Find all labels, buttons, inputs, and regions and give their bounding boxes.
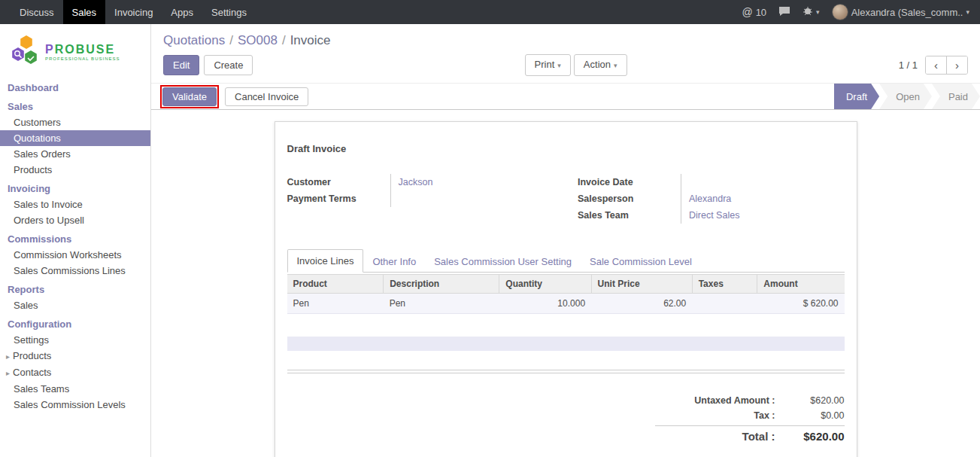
action-dropdown-button[interactable]: Action▾ [574,54,627,76]
sales-team-value[interactable]: Direct Sales [681,207,845,224]
untaxed-amount-value: $620.00 [775,393,845,408]
breadcrumb: Quotations/SO008/Invoice [163,33,968,48]
tax-value: $0.00 [775,408,845,423]
invoice-date-label: Invoice Date [578,174,681,190]
submenu-arrow-icon: ▸ [6,352,10,361]
cancel-invoice-button[interactable]: Cancel Invoice [225,87,308,106]
submenu-arrow-icon: ▸ [6,369,10,377]
logo-subtitle: PROFESSIONAL BUSINESS [45,56,120,61]
pager-counter: 1 / 1 [899,59,918,71]
debug-menu-button[interactable]: ▾ [803,6,820,18]
col-description[interactable]: Description [384,275,499,294]
sidebar-item-dashboard[interactable]: Dashboard [0,77,150,96]
sidebar-item-settings[interactable]: Settings [0,332,150,348]
field-group-left: Customer Jackson Payment Terms [287,174,566,224]
avatar [832,4,848,20]
nav-discuss[interactable]: Discuss [11,0,63,24]
sidebar-section-configuration[interactable]: Configuration [0,313,150,332]
sidebar-item-sales-commission-levels[interactable]: Sales Commission Levels [0,397,150,413]
breadcrumb-quotations[interactable]: Quotations [163,33,225,47]
sidebar: PROBUSE PROFESSIONAL BUSINESS Dashboard … [0,24,151,457]
payment-terms-label: Payment Terms [287,190,391,207]
tab-sales-commission-user-setting[interactable]: Sales Commission User Setting [425,251,581,273]
control-panel: Quotations/SO008/Invoice Edit Create Pri… [151,24,980,83]
breadcrumb-separator: / [229,33,233,47]
state-open[interactable]: Open [879,84,932,109]
nav-settings[interactable]: Settings [202,0,256,24]
field-group-right: Invoice Date Salesperson Alexandra Sales… [566,174,845,224]
user-name: Alexandra (Sales_comm.. [851,7,963,18]
customer-label: Customer [287,174,391,190]
sidebar-item-config-products[interactable]: ▸Products [0,348,150,364]
empty-line-strip [287,337,845,351]
sidebar-item-label: Products [13,350,51,361]
cell-description: Pen [384,294,499,314]
state-draft[interactable]: Draft [834,84,879,109]
sales-team-label: Sales Team [578,207,681,224]
nav-sales[interactable]: Sales [63,0,106,24]
total-value: $620.00 [775,429,845,444]
notebook-tabs: Invoice Lines Other Info Sales Commissio… [287,249,845,273]
logo-hexagons-icon [8,35,41,69]
pager-previous-button[interactable]: ‹ [926,56,946,74]
untaxed-amount-label: Untaxed Amount : [655,393,775,408]
app-menu: Discuss Sales Invoicing Apps Settings [0,0,256,24]
sidebar-item-config-contacts[interactable]: ▸Contacts [0,364,150,381]
customer-value[interactable]: Jackson [391,174,566,190]
col-taxes[interactable]: Taxes [692,275,757,294]
col-quantity[interactable]: Quantity [499,275,591,294]
salesperson-value[interactable]: Alexandra [681,190,845,207]
create-button[interactable]: Create [204,55,253,75]
tab-other-info[interactable]: Other Info [363,251,425,273]
breadcrumb-separator: / [282,33,286,47]
sidebar-item-sales-orders[interactable]: Sales Orders [0,146,150,162]
sidebar-section-reports[interactable]: Reports [0,279,150,297]
nav-invoicing[interactable]: Invoicing [105,0,162,24]
table-row[interactable]: Pen Pen 10.000 62.00 $ 620.00 [287,294,845,314]
col-product[interactable]: Product [287,275,384,294]
probuse-logo[interactable]: PROBUSE PROFESSIONAL BUSINESS [0,24,150,77]
validate-button[interactable]: Validate [162,87,217,106]
nav-apps[interactable]: Apps [162,0,202,24]
section-divider [287,370,845,373]
sidebar-item-sales-commissions-lines[interactable]: Sales Commissions Lines [0,263,150,279]
sidebar-item-products[interactable]: Products [0,162,150,178]
chat-icon [778,6,790,19]
sidebar-section-commissions[interactable]: Commissions [0,228,150,247]
sidebar-item-orders-to-upsell[interactable]: Orders to Upsell [0,212,150,228]
invoice-date-value[interactable] [681,174,845,190]
cell-product: Pen [287,294,384,314]
sidebar-item-sales-teams[interactable]: Sales Teams [0,381,150,397]
invoice-lines-table: Product Description Quantity Unit Price … [287,274,845,314]
col-amount[interactable]: Amount [757,275,845,294]
sidebar-section-sales[interactable]: Sales [0,96,150,114]
state-paid[interactable]: Paid [932,84,980,109]
action-label: Action [584,59,611,70]
sidebar-item-customers[interactable]: Customers [0,114,150,130]
field-groups: Customer Jackson Payment Terms Invoice D… [287,174,845,224]
mention-icon: @ [742,6,752,18]
tab-sale-commission-level[interactable]: Sale Commission Level [581,251,701,273]
caret-down-icon: ▾ [614,62,617,69]
messages-button[interactable] [778,6,790,19]
payment-terms-value[interactable] [391,190,566,207]
tab-invoice-lines[interactable]: Invoice Lines [287,249,364,273]
mention-count: 10 [756,7,766,18]
sidebar-item-commission-worksheets[interactable]: Commission Worksheets [0,247,150,263]
breadcrumb-so008[interactable]: SO008 [238,33,278,47]
mentions-button[interactable]: @ 10 [742,6,766,18]
top-navbar: Discuss Sales Invoicing Apps Settings @ … [0,0,980,24]
print-dropdown-button[interactable]: Print▾ [525,54,571,76]
edit-button[interactable]: Edit [163,55,199,75]
col-unit-price[interactable]: Unit Price [591,275,692,294]
total-label: Total : [655,429,775,444]
cell-unit-price: 62.00 [591,294,692,314]
print-label: Print [535,59,555,70]
pager-next-button[interactable]: › [946,56,967,74]
sidebar-item-reports-sales[interactable]: Sales [0,297,150,313]
sidebar-item-quotations[interactable]: Quotations [0,130,150,146]
user-menu[interactable]: Alexandra (Sales_comm.. ▾ [832,4,969,20]
sidebar-section-invoicing[interactable]: Invoicing [0,178,150,197]
sidebar-item-sales-to-invoice[interactable]: Sales to Invoice [0,197,150,212]
systray: @ 10 ▾ Alexandra (Sales_comm.. ▾ [742,0,980,24]
